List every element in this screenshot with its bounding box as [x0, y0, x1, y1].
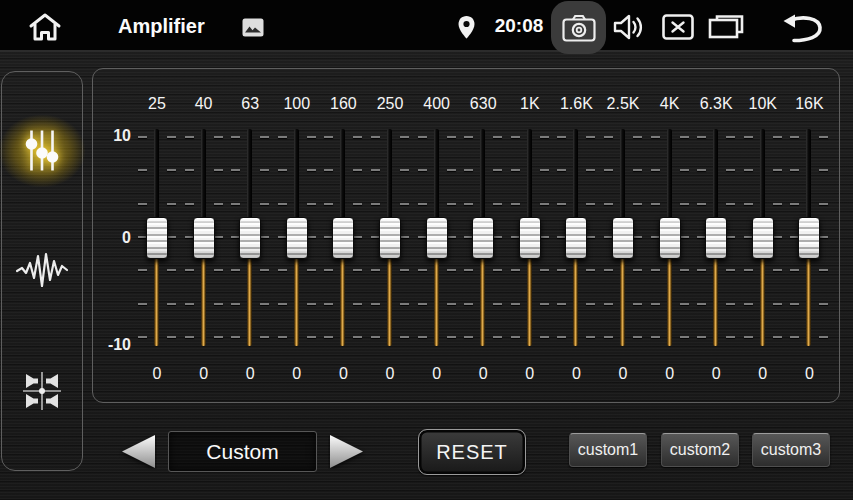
- reset-button[interactable]: RESET: [418, 429, 526, 475]
- eq-band: 250 0: [367, 69, 413, 403]
- eq-band: 1.6K 0: [553, 69, 599, 403]
- band-frequency-label: 63: [227, 95, 273, 113]
- eq-band: 1K 0: [507, 69, 553, 403]
- equalizer-panel: 10 0 -10 25 0 40: [92, 68, 840, 403]
- band-frequency-label: 1.6K: [553, 95, 599, 113]
- band-frequency-label: 630: [460, 95, 506, 113]
- amplifier-screen: Amplifier 20:08: [0, 0, 853, 500]
- close-app-button[interactable]: [660, 13, 696, 41]
- eq-band: 100 0: [274, 69, 320, 403]
- custom2-button[interactable]: custom2: [661, 433, 739, 467]
- band-value: 0: [600, 365, 646, 383]
- wallpaper-button[interactable]: [240, 16, 266, 38]
- slider-handle[interactable]: [612, 217, 634, 259]
- eq-band: 40 0: [181, 69, 227, 403]
- band-frequency-label: 16K: [786, 95, 832, 113]
- volume-button[interactable]: [610, 11, 650, 43]
- slider-handle[interactable]: [286, 217, 308, 259]
- sidebar-item-balance[interactable]: [2, 356, 82, 426]
- slider-handle[interactable]: [239, 217, 261, 259]
- camera-button[interactable]: [551, 1, 606, 54]
- eq-band: 6.3K 0: [693, 69, 739, 403]
- image-icon: [242, 18, 264, 37]
- volume-icon: [612, 12, 648, 42]
- custom3-button[interactable]: custom3: [752, 433, 830, 467]
- band-frequency-label: 10K: [740, 95, 786, 113]
- back-button[interactable]: [779, 11, 827, 45]
- slider-handle[interactable]: [752, 217, 774, 259]
- band-value: 0: [181, 365, 227, 383]
- preset-prev-button[interactable]: [119, 434, 157, 469]
- slider-handle[interactable]: [519, 217, 541, 259]
- band-frequency-label: 1K: [507, 95, 553, 113]
- eq-band: 10K 0: [740, 69, 786, 403]
- page-title: Amplifier: [118, 0, 205, 52]
- band-value: 0: [320, 365, 366, 383]
- band-value: 0: [274, 365, 320, 383]
- location-pin-icon: [457, 15, 476, 40]
- slider-handle[interactable]: [379, 217, 401, 259]
- band-value: 0: [740, 365, 786, 383]
- eq-band: 16K 0: [786, 69, 832, 403]
- band-frequency-label: 250: [367, 95, 413, 113]
- band-value: 0: [507, 365, 553, 383]
- band-value: 0: [367, 365, 413, 383]
- slider-handle[interactable]: [426, 217, 448, 259]
- band-value: 0: [460, 365, 506, 383]
- scale-label-zero: 0: [93, 229, 131, 247]
- sidebar-item-sound-effect[interactable]: [2, 236, 82, 306]
- camera-icon: [561, 13, 597, 43]
- slider-handle[interactable]: [472, 217, 494, 259]
- eq-band: 4K 0: [647, 69, 693, 403]
- clock: 20:08: [490, 0, 548, 52]
- sidebar: [1, 71, 83, 471]
- sidebar-item-equalizer[interactable]: [2, 116, 82, 186]
- status-bar: Amplifier 20:08: [0, 0, 853, 52]
- slider-handle[interactable]: [332, 217, 354, 259]
- gps-status: [456, 14, 476, 40]
- band-value: 0: [227, 365, 273, 383]
- band-value: 0: [414, 365, 460, 383]
- band-frequency-label: 40: [181, 95, 227, 113]
- band-frequency-label: 160: [320, 95, 366, 113]
- eq-band: 63 0: [227, 69, 273, 403]
- band-frequency-label: 2.5K: [600, 95, 646, 113]
- eq-band: 400 0: [414, 69, 460, 403]
- eq-band: 25 0: [134, 69, 180, 403]
- band-value: 0: [693, 365, 739, 383]
- slider-handle[interactable]: [193, 217, 215, 259]
- speaker-balance-icon: [19, 368, 65, 414]
- band-frequency-label: 4K: [647, 95, 693, 113]
- slider-handle[interactable]: [705, 217, 727, 259]
- band-value: 0: [134, 365, 180, 383]
- home-button[interactable]: [24, 9, 66, 45]
- band-value: 0: [786, 365, 832, 383]
- band-frequency-label: 6.3K: [693, 95, 739, 113]
- slider-handle[interactable]: [659, 217, 681, 259]
- slider-handle[interactable]: [146, 217, 168, 259]
- band-frequency-label: 25: [134, 95, 180, 113]
- eq-band: 630 0: [460, 69, 506, 403]
- recent-apps-button[interactable]: [705, 11, 747, 43]
- close-box-icon: [662, 14, 694, 40]
- band-frequency-label: 400: [414, 95, 460, 113]
- custom1-button[interactable]: custom1: [569, 433, 647, 467]
- slider-handle[interactable]: [565, 217, 587, 259]
- home-icon: [27, 11, 63, 43]
- eq-band: 160 0: [320, 69, 366, 403]
- preset-next-button[interactable]: [328, 434, 366, 469]
- band-value: 0: [647, 365, 693, 383]
- arrow-left-icon: [119, 434, 157, 469]
- recent-windows-icon: [707, 12, 745, 42]
- eq-sliders-icon: [22, 128, 62, 174]
- band-value: 0: [553, 365, 599, 383]
- arrow-right-icon: [328, 434, 366, 469]
- back-icon: [781, 12, 825, 44]
- band-frequency-label: 100: [274, 95, 320, 113]
- scale-label-min: -10: [93, 336, 131, 354]
- waveform-icon: [16, 251, 68, 291]
- preset-display[interactable]: Custom: [168, 431, 317, 472]
- slider-handle[interactable]: [798, 217, 820, 259]
- scale-label-max: 10: [93, 127, 131, 145]
- eq-band: 2.5K 0: [600, 69, 646, 403]
